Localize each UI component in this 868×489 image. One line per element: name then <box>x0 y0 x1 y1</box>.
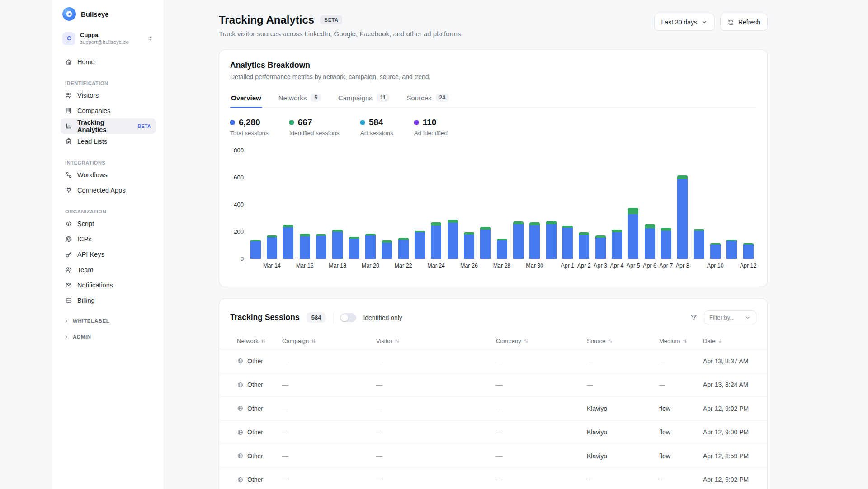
sidebar: Bullseye C Cuppa support@bullseye.so Hom… <box>52 0 164 489</box>
sidebar-item-connected-apps[interactable]: Connected Apps <box>61 183 156 198</box>
sidebar-item-api-keys[interactable]: API Keys <box>61 247 156 262</box>
sidebar-item-companies[interactable]: Companies <box>61 103 156 118</box>
chart-bar-apr-12 <box>740 150 756 259</box>
x-tick-label: Apr 1 <box>561 263 574 269</box>
sidebar-group-admin[interactable]: ADMIN <box>61 334 156 340</box>
globe-icon <box>237 405 244 412</box>
cell-date: Apr 13, 8:37 AM <box>703 357 756 365</box>
sidebar-item-lead-lists[interactable]: Lead Lists <box>61 134 156 149</box>
y-tick-label: 800 <box>234 147 244 154</box>
building-icon <box>65 107 72 114</box>
chart-bar-mar-16 <box>297 150 313 259</box>
tab-sources[interactable]: Sources24 <box>406 89 449 107</box>
bullseye-logo-icon <box>62 7 76 21</box>
bar-sessions-segment <box>612 232 622 259</box>
filter-funnel-icon[interactable] <box>690 314 698 321</box>
chevron-down-icon <box>745 315 751 321</box>
sidebar-item-visitors[interactable]: Visitors <box>61 88 156 103</box>
stat-ad-sessions: 584Ad sessions <box>360 118 393 136</box>
chevron-down-icon <box>701 19 708 25</box>
table-row[interactable]: Other—————Apr 12, 6:02 PM <box>219 468 767 489</box>
workspace-avatar: C <box>62 32 75 45</box>
identified-only-toggle[interactable] <box>340 313 356 322</box>
sidebar-item-notifications[interactable]: Notifications <box>61 277 156 293</box>
sidebar-item-icps[interactable]: ICPs <box>61 231 156 247</box>
stat-value: 6,280 <box>239 118 260 127</box>
x-tick-label: Apr 7 <box>659 263 673 269</box>
sidebar-item-tracking-analytics[interactable]: Tracking AnalyticsBETA <box>61 118 156 134</box>
bar-identified-segment <box>645 224 655 228</box>
column-header-network[interactable]: Network <box>237 338 282 344</box>
sidebar-item-label: Notifications <box>77 282 113 289</box>
home-icon <box>65 58 72 66</box>
globe-icon <box>237 381 244 388</box>
nav-section-label: INTEGRATIONS <box>61 160 156 165</box>
bar-sessions-segment <box>415 232 425 259</box>
column-header-date[interactable]: Date <box>703 338 756 344</box>
workspace-switcher[interactable]: C Cuppa support@bullseye.so <box>61 29 156 48</box>
cell-network: Other <box>237 357 282 365</box>
sidebar-item-label: Billing <box>77 297 95 304</box>
sidebar-item-home[interactable]: Home <box>61 54 156 70</box>
x-tick-label: Mar 30 <box>526 263 543 269</box>
table-row[interactable]: Other—————Apr 13, 8:37 AM <box>219 349 767 373</box>
sidebar-item-script[interactable]: Script <box>61 216 156 231</box>
x-tick-label: Mar 28 <box>493 263 511 269</box>
date-range-select[interactable]: Last 30 days <box>654 14 715 31</box>
column-label: Company <box>496 338 521 344</box>
stat-color-dot <box>289 120 294 125</box>
cell-company: — <box>496 405 587 412</box>
stat-value: 110 <box>423 118 437 127</box>
table-row[interactable]: Other———KlaviyoflowApr 12, 9:00 PM <box>219 421 767 445</box>
bar-sessions-segment <box>316 236 326 259</box>
column-header-campaign[interactable]: Campaign <box>282 338 376 344</box>
column-header-medium[interactable]: Medium <box>659 338 703 344</box>
chart-bar-mar-21 <box>379 150 395 259</box>
cell-company: — <box>496 357 587 365</box>
chart-bar-apr-2 <box>576 150 592 259</box>
sessions-chart: 8006004002000 Mar 14Mar 16Mar 18Mar 20Ma… <box>230 150 756 271</box>
bar-sessions-segment <box>448 223 458 259</box>
bar-sessions-segment <box>661 231 671 259</box>
sidebar-item-billing[interactable]: Billing <box>61 293 156 308</box>
sidebar-item-workflows[interactable]: Workflows <box>61 167 156 183</box>
chart-bar-mar-15 <box>280 150 297 259</box>
bar-sessions-segment <box>365 235 376 259</box>
bar-sessions-segment <box>267 237 277 259</box>
tab-count-badge: 24 <box>436 94 449 102</box>
bar-identified-segment <box>628 208 638 214</box>
mail-icon <box>65 282 72 289</box>
tab-networks[interactable]: Networks5 <box>278 89 322 107</box>
bar-sessions-segment <box>562 228 573 259</box>
page-title: Tracking Analytics <box>219 14 314 26</box>
x-tick-label: Apr 10 <box>707 263 724 269</box>
analytics-card-subtitle: Detailed performance metrics by network,… <box>230 73 756 80</box>
sidebar-item-team[interactable]: Team <box>61 262 156 277</box>
cell-source: — <box>587 476 659 483</box>
column-header-source[interactable]: Source <box>587 338 659 344</box>
sidebar-item-label: Tracking Analytics <box>77 119 128 133</box>
refresh-button[interactable]: Refresh <box>720 14 768 31</box>
x-tick-label: Apr 4 <box>610 263 623 269</box>
tracking-sessions-card: Tracking Sessions 584 Identified only Fi… <box>219 298 768 489</box>
tab-overview[interactable]: Overview <box>230 89 262 107</box>
filter-by-select[interactable]: Filter by... <box>704 310 756 324</box>
column-header-visitor[interactable]: Visitor <box>376 338 496 344</box>
table-row[interactable]: Other———KlaviyoflowApr 12, 9:02 PM <box>219 397 767 421</box>
analytics-tabs: OverviewNetworks5Campaigns11Sources24 <box>230 89 756 108</box>
cell-date: Apr 12, 9:02 PM <box>703 405 756 412</box>
table-row[interactable]: Other———KlaviyoflowApr 12, 8:59 PM <box>219 444 767 468</box>
cell-company: — <box>496 381 587 388</box>
plug-icon <box>65 187 72 194</box>
sidebar-group-whitelabel[interactable]: WHITELABEL <box>61 318 156 324</box>
bar-identified-segment <box>431 222 441 226</box>
chart-bar-mar-27 <box>477 150 494 259</box>
cell-source: — <box>587 357 659 365</box>
y-tick-label: 0 <box>241 255 244 262</box>
column-header-company[interactable]: Company <box>496 338 587 344</box>
table-row[interactable]: Other—————Apr 13, 8:24 AM <box>219 373 767 397</box>
cell-source: — <box>587 381 659 388</box>
stat-identified-sessions: 667Identified sessions <box>289 118 340 136</box>
stats-row: 6,280Total sessions667Identified session… <box>230 118 756 136</box>
tab-campaigns[interactable]: Campaigns11 <box>337 89 391 107</box>
